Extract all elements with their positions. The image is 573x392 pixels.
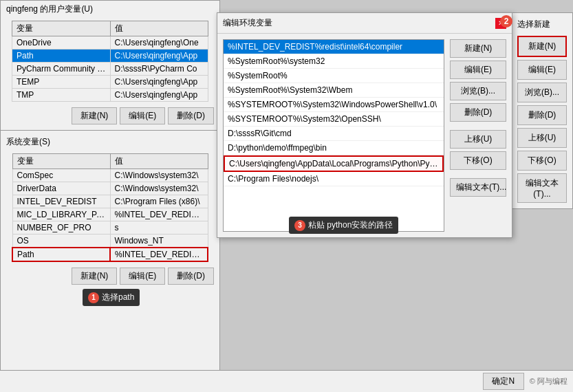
dialog-edit-button[interactable]: 编辑(E) bbox=[450, 61, 506, 79]
annotation-badge-2: 2 bbox=[500, 15, 512, 28]
user-vars-buttons: 新建(N) 编辑(E) 删除(D) bbox=[1, 105, 219, 127]
user-new-button[interactable]: 新建(N) bbox=[72, 107, 118, 124]
sys-var-row[interactable]: MIC_LD_LIBRARY_PATH%INTEL_DEV_REDIST% bbox=[12, 208, 208, 221]
watermark: © 阿与编程 bbox=[530, 376, 567, 386]
sys-var-name: NUMBER_OF_PRO bbox=[12, 221, 110, 235]
right-edit-button[interactable]: 编辑(E) bbox=[517, 60, 567, 80]
confirm-button[interactable]: 确定N bbox=[483, 373, 524, 390]
sys-edit-button[interactable]: 编辑(E) bbox=[120, 268, 165, 285]
user-var-row[interactable]: OneDriveC:\Users\qingfeng\One bbox=[12, 36, 208, 50]
user-var-value: D:\ssssR\PyCharm Co bbox=[110, 63, 208, 76]
path-list-item[interactable]: %INTEL_DEV_REDIST%redist\intel64\compile… bbox=[224, 40, 444, 54]
annotation-select-path: 1选择path bbox=[83, 289, 140, 306]
user-var-row[interactable]: PathC:\Users\qingfeng\App bbox=[12, 50, 208, 63]
col-name-header: 变量 bbox=[12, 21, 111, 36]
sys-var-value: %INTEL_DEV_REDIST% bbox=[110, 208, 208, 221]
sys-vars-buttons: 新建(N) 编辑(E) 删除(D) bbox=[1, 265, 219, 287]
sys-var-row[interactable]: ComSpecC:\Windows\system32\ bbox=[12, 169, 208, 182]
user-vars-container: 变量 值 OneDriveC:\Users\qingfeng\OnePathC:… bbox=[1, 18, 219, 105]
user-var-name: TMP bbox=[12, 89, 111, 102]
user-var-name: TEMP bbox=[12, 76, 111, 89]
path-list-item[interactable]: %SystemRoot%\system32 bbox=[224, 54, 444, 69]
path-list-item[interactable]: D:\python\demo\ffmpeg\bin bbox=[224, 141, 444, 155]
user-vars-table: 变量 值 OneDriveC:\Users\qingfeng\OnePathC:… bbox=[12, 21, 208, 102]
path-list-item[interactable]: D:\ssssR\Git\cmd bbox=[224, 127, 444, 141]
user-var-row[interactable]: TEMPC:\Users\qingfeng\App bbox=[12, 76, 208, 89]
right-movedown-button[interactable]: 下移(O) bbox=[517, 151, 567, 171]
sys-var-name: INTEL_DEV_REDIST bbox=[12, 195, 110, 208]
user-var-value: C:\Users\qingfeng\App bbox=[110, 50, 208, 63]
sys-var-value: C:\Windows\system32\ bbox=[110, 169, 208, 182]
right-delete-button[interactable]: 删除(D) bbox=[517, 105, 567, 125]
user-edit-button[interactable]: 编辑(E) bbox=[120, 107, 165, 124]
sys-var-value: %INTEL_DEV_REDIST% bbox=[110, 248, 208, 261]
sys-var-name: OS bbox=[12, 235, 110, 248]
path-list: %INTEL_DEV_REDIST%redist\intel64\compile… bbox=[223, 39, 444, 232]
sys-var-value: C:\Windows\system32\ bbox=[110, 182, 208, 195]
right-new-button[interactable]: 新建(N) bbox=[517, 36, 567, 57]
user-var-name: OneDrive bbox=[12, 36, 111, 50]
user-var-value: C:\Users\qingfeng\One bbox=[110, 36, 208, 50]
path-list-container: %INTEL_DEV_REDIST%redist\intel64\compile… bbox=[223, 39, 444, 232]
path-list-item[interactable]: %SYSTEMROOT%\System32\OpenSSH\ bbox=[224, 112, 444, 127]
path-list-item[interactable]: C:\Users\qingfeng\AppData\Local\Programs… bbox=[224, 155, 444, 172]
user-var-value: C:\Users\qingfeng\App bbox=[110, 89, 208, 102]
user-var-name: PyCharm Community Editi... bbox=[12, 63, 111, 76]
edit-env-dialog: 编辑环境变量 ✕ %INTEL_DEV_REDIST%redist\intel6… bbox=[217, 12, 512, 238]
col-value-header: 值 bbox=[110, 21, 208, 36]
path-list-item[interactable]: %SystemRoot% bbox=[224, 69, 444, 83]
sys-var-row[interactable]: DriverDataC:\Windows\system32\ bbox=[12, 182, 208, 195]
dialog-title-bar: 编辑环境变量 ✕ bbox=[217, 13, 512, 34]
right-panel-title: 选择新建 bbox=[517, 19, 567, 30]
sys-var-row[interactable]: Path%INTEL_DEV_REDIST% bbox=[12, 248, 208, 261]
dialog-delete-button[interactable]: 删除(D) bbox=[450, 103, 506, 122]
right-browse-button[interactable]: 浏览(B)... bbox=[517, 83, 567, 102]
sys-var-name: MIC_LD_LIBRARY_PATH bbox=[12, 208, 110, 221]
user-delete-button[interactable]: 删除(D) bbox=[168, 107, 214, 124]
user-var-row[interactable]: TMPC:\Users\qingfeng\App bbox=[12, 89, 208, 102]
right-edittext-button[interactable]: 编辑文本(T)... bbox=[517, 173, 567, 203]
dialog-title-text: 编辑环境变量 bbox=[223, 17, 272, 29]
sys-new-button[interactable]: 新建(N) bbox=[72, 268, 118, 285]
dialog-body: %INTEL_DEV_REDIST%redist\intel64\compile… bbox=[217, 34, 512, 237]
sys-var-value: Windows_NT bbox=[110, 235, 208, 248]
user-var-name: Path bbox=[12, 50, 111, 63]
dialog-moveup-button[interactable]: 上移(U) bbox=[450, 130, 506, 149]
annotation-3-badge: 3 bbox=[294, 220, 305, 231]
dialog-action-buttons: 新建(N) 编辑(E) 浏览(B)... 删除(D) 上移(U) 下移(O) 编… bbox=[450, 39, 506, 232]
sys-delete-button[interactable]: 删除(D) bbox=[168, 268, 214, 285]
sys-var-row[interactable]: NUMBER_OF_PROs bbox=[12, 221, 208, 235]
sys-var-value: s bbox=[110, 221, 208, 235]
path-list-item[interactable]: %SYSTEMROOT%\System32\WindowsPowerShell\… bbox=[224, 98, 444, 112]
sys-var-name: ComSpec bbox=[12, 169, 110, 182]
sys-vars-title: 系统变量(S) bbox=[1, 133, 219, 151]
sys-col-value-header: 值 bbox=[110, 154, 208, 169]
annotation-1-badge: 1 bbox=[88, 292, 99, 303]
right-panel: 选择新建 新建(N) 编辑(E) 浏览(B)... 删除(D) 上移(U) 下移… bbox=[511, 12, 573, 209]
sys-vars-table: 变量 值 ComSpecC:\Windows\system32\DriverDa… bbox=[12, 153, 208, 262]
user-vars-title: qingfeng 的用户变量(U) bbox=[1, 1, 219, 18]
sys-var-row[interactable]: OSWindows_NT bbox=[12, 235, 208, 248]
bottom-bar: 确定N © 阿与编程 bbox=[0, 370, 573, 392]
dialog-browse-button[interactable]: 浏览(B)... bbox=[450, 82, 506, 100]
sys-var-name: DriverData bbox=[12, 182, 110, 195]
sys-col-name-header: 变量 bbox=[12, 154, 110, 169]
sys-var-value: C:\Program Files (x86)\ bbox=[110, 195, 208, 208]
path-list-item[interactable]: C:\Program Files\nodejs\ bbox=[224, 172, 444, 186]
sys-vars-container: 变量 值 ComSpecC:\Windows\system32\DriverDa… bbox=[1, 151, 219, 265]
main-env-window: qingfeng 的用户变量(U) 变量 值 OneDriveC:\Users\… bbox=[0, 0, 220, 392]
user-var-value: C:\Users\qingfeng\App bbox=[110, 76, 208, 89]
right-moveup-button[interactable]: 上移(U) bbox=[517, 128, 567, 148]
sys-var-row[interactable]: INTEL_DEV_REDISTC:\Program Files (x86)\ bbox=[12, 195, 208, 208]
annotation-paste-python: 3粘贴 python安装的路径 bbox=[289, 217, 398, 234]
dialog-edittext-button[interactable]: 编辑文本(T)... bbox=[450, 178, 506, 197]
dialog-movedown-button[interactable]: 下移(O) bbox=[450, 151, 506, 170]
path-list-item[interactable]: %SystemRoot%\System32\Wbem bbox=[224, 83, 444, 98]
user-var-row[interactable]: PyCharm Community Editi...D:\ssssR\PyCha… bbox=[12, 63, 208, 76]
dialog-new-button[interactable]: 新建(N) bbox=[450, 39, 506, 58]
sys-var-name: Path bbox=[12, 248, 110, 261]
